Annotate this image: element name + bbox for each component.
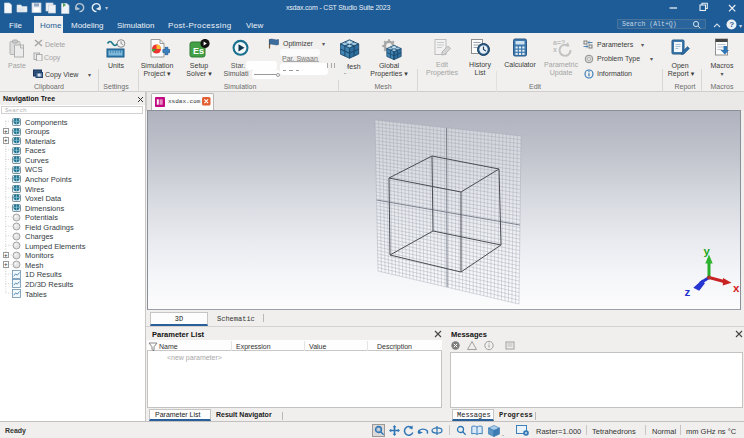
svg-text:z: z: [685, 286, 691, 298]
svg-text:y: y: [704, 245, 711, 257]
svg-text:x: x: [553, 46, 557, 53]
svg-text:x: x: [733, 282, 740, 294]
